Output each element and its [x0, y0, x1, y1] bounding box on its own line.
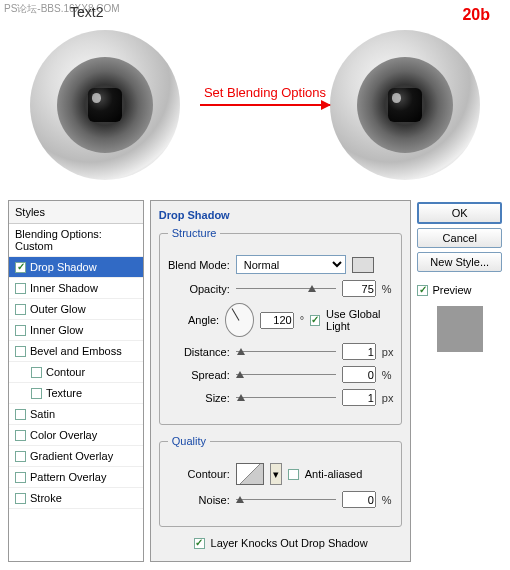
- size-slider[interactable]: [236, 391, 336, 405]
- anti-aliased-checkbox[interactable]: [288, 469, 299, 480]
- distance-slider[interactable]: [236, 345, 336, 359]
- noise-slider[interactable]: [236, 493, 336, 507]
- distance-label: Distance:: [168, 346, 230, 358]
- global-light-checkbox[interactable]: [310, 315, 320, 326]
- blend-mode-select[interactable]: Normal: [236, 255, 346, 274]
- size-input[interactable]: [342, 389, 376, 406]
- quality-legend: Quality: [168, 435, 210, 447]
- blending-options-row[interactable]: Blending Options: Custom: [9, 224, 143, 257]
- distance-unit: px: [382, 346, 394, 358]
- style-label: Color Overlay: [30, 429, 97, 441]
- opacity-label: Opacity:: [168, 283, 230, 295]
- style-label: Texture: [46, 387, 82, 399]
- arrow-icon: [200, 104, 330, 106]
- style-checkbox[interactable]: [15, 283, 26, 294]
- style-checkbox[interactable]: [15, 430, 26, 441]
- style-item-color-overlay[interactable]: Color Overlay: [9, 425, 143, 446]
- contour-swatch[interactable]: [236, 463, 264, 485]
- preview-label: Preview: [432, 284, 471, 296]
- quality-group: Quality Contour: ▾ Anti-aliased Noise: %: [159, 435, 403, 527]
- style-checkbox[interactable]: [15, 451, 26, 462]
- arrow-annotation: Set Blending Options: [200, 85, 330, 106]
- opacity-input[interactable]: [342, 280, 376, 297]
- style-label: Inner Shadow: [30, 282, 98, 294]
- styles-panel: Styles Blending Options: Custom Drop Sha…: [8, 200, 144, 562]
- size-unit: px: [382, 392, 394, 404]
- global-light-label: Use Global Light: [326, 308, 393, 332]
- distance-input[interactable]: [342, 343, 376, 360]
- spread-input[interactable]: [342, 366, 376, 383]
- structure-legend: Structure: [168, 227, 221, 239]
- angle-unit: °: [300, 314, 304, 326]
- style-checkbox[interactable]: [15, 262, 26, 273]
- shadow-color-swatch[interactable]: [352, 257, 374, 273]
- blend-mode-label: Blend Mode:: [168, 259, 230, 271]
- opacity-slider[interactable]: [236, 282, 336, 296]
- knockout-label: Layer Knocks Out Drop Shadow: [211, 537, 368, 549]
- style-item-stroke[interactable]: Stroke: [9, 488, 143, 509]
- style-checkbox[interactable]: [15, 304, 26, 315]
- style-item-satin[interactable]: Satin: [9, 404, 143, 425]
- style-label: Pattern Overlay: [30, 471, 106, 483]
- style-checkbox[interactable]: [15, 493, 26, 504]
- structure-group: Structure Blend Mode: Normal Opacity: % …: [159, 227, 403, 425]
- style-item-drop-shadow[interactable]: Drop Shadow: [9, 257, 143, 278]
- style-label: Stroke: [30, 492, 62, 504]
- style-label: Gradient Overlay: [30, 450, 113, 462]
- styles-list: Blending Options: Custom Drop ShadowInne…: [9, 224, 143, 509]
- spread-label: Spread:: [168, 369, 230, 381]
- style-item-inner-glow[interactable]: Inner Glow: [9, 320, 143, 341]
- styles-header[interactable]: Styles: [9, 201, 143, 224]
- style-label: Outer Glow: [30, 303, 86, 315]
- spread-slider[interactable]: [236, 368, 336, 382]
- lens-after: [330, 30, 480, 180]
- spread-unit: %: [382, 369, 392, 381]
- style-checkbox[interactable]: [15, 325, 26, 336]
- angle-input[interactable]: [260, 312, 294, 329]
- opacity-unit: %: [382, 283, 392, 295]
- noise-input[interactable]: [342, 491, 376, 508]
- style-item-inner-shadow[interactable]: Inner Shadow: [9, 278, 143, 299]
- text2-label: Text2: [70, 4, 103, 20]
- layer-style-dialog: Styles Blending Options: Custom Drop Sha…: [0, 190, 510, 570]
- noise-label: Noise:: [168, 494, 230, 506]
- button-panel: OK Cancel New Style... Preview: [417, 200, 502, 562]
- contour-label: Contour:: [168, 468, 230, 480]
- preview-swatch: [437, 306, 483, 352]
- step-label: 20b: [462, 6, 490, 24]
- style-checkbox[interactable]: [15, 346, 26, 357]
- style-label: Inner Glow: [30, 324, 83, 336]
- noise-unit: %: [382, 494, 392, 506]
- angle-label: Angle:: [168, 314, 219, 326]
- style-item-gradient-overlay[interactable]: Gradient Overlay: [9, 446, 143, 467]
- header-region: Text2 20b Set Blending Options: [0, 0, 510, 190]
- style-checkbox[interactable]: [15, 409, 26, 420]
- preview-checkbox[interactable]: [417, 285, 428, 296]
- new-style-button[interactable]: New Style...: [417, 252, 502, 272]
- contour-dropdown[interactable]: ▾: [270, 463, 282, 485]
- panel-title: Drop Shadow: [159, 209, 403, 221]
- style-item-bevel-and-emboss[interactable]: Bevel and Emboss: [9, 341, 143, 362]
- style-item-texture[interactable]: Texture: [9, 383, 143, 404]
- lens-before: [30, 30, 180, 180]
- ok-button[interactable]: OK: [417, 202, 502, 224]
- style-label: Satin: [30, 408, 55, 420]
- style-label: Drop Shadow: [30, 261, 97, 273]
- style-item-pattern-overlay[interactable]: Pattern Overlay: [9, 467, 143, 488]
- style-label: Bevel and Emboss: [30, 345, 122, 357]
- style-checkbox[interactable]: [31, 388, 42, 399]
- style-checkbox[interactable]: [31, 367, 42, 378]
- settings-panel: Drop Shadow Structure Blend Mode: Normal…: [150, 200, 412, 562]
- style-checkbox[interactable]: [15, 472, 26, 483]
- knockout-checkbox[interactable]: [194, 538, 205, 549]
- cancel-button[interactable]: Cancel: [417, 228, 502, 248]
- anti-aliased-label: Anti-aliased: [305, 468, 362, 480]
- style-label: Contour: [46, 366, 85, 378]
- arrow-text: Set Blending Options: [200, 85, 330, 100]
- angle-dial[interactable]: [225, 303, 254, 337]
- style-item-contour[interactable]: Contour: [9, 362, 143, 383]
- style-item-outer-glow[interactable]: Outer Glow: [9, 299, 143, 320]
- size-label: Size:: [168, 392, 230, 404]
